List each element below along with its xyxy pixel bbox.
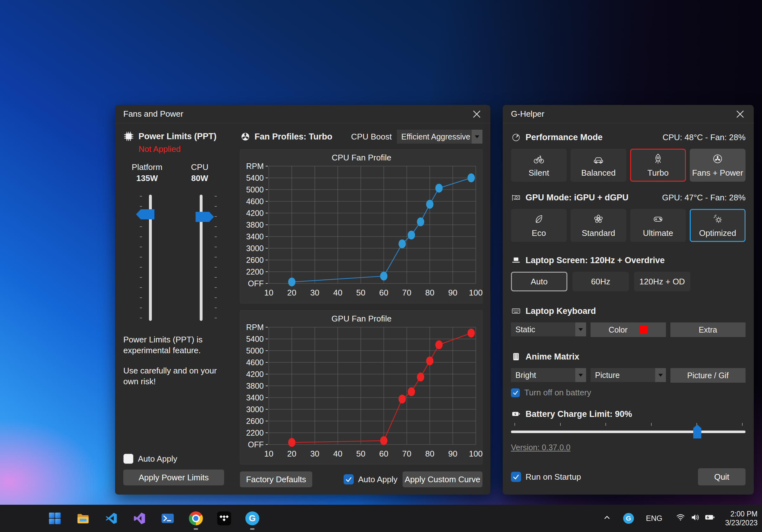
file-explorer-button[interactable]: [76, 511, 90, 526]
tidal-button[interactable]: [217, 511, 231, 526]
svg-text:50: 50: [356, 449, 365, 458]
ghelper-tray-icon[interactable]: G: [623, 513, 634, 524]
screen-button-120hz-od[interactable]: 120Hz + OD: [634, 272, 690, 291]
check-icon: [345, 476, 352, 483]
power-limits-header: Power Limits (PPT): [123, 131, 232, 142]
tray-date: 3/23/2023: [725, 518, 758, 527]
keyboard-extra-button[interactable]: Extra: [670, 323, 745, 337]
close-button[interactable]: [735, 109, 745, 119]
wifi-button[interactable]: [675, 512, 686, 525]
cpu-fan-profile-chart[interactable]: 102030405060708090100OFF2200260030003400…: [240, 149, 483, 303]
battery-button[interactable]: [704, 512, 716, 525]
cpu-boost-label: CPU Boost: [351, 132, 392, 142]
matrix-running-dropdown[interactable]: Picture: [590, 368, 666, 382]
cpu-boost-dropdown[interactable]: Efficient Aggressive: [397, 130, 483, 144]
matrix-battery-checkbox[interactable]: [511, 388, 520, 397]
volume-button[interactable]: [690, 512, 701, 525]
svg-text:20: 20: [287, 288, 296, 297]
mode-button-balanced[interactable]: Balanced: [571, 149, 626, 182]
keyboard-mode-dropdown[interactable]: Static: [511, 323, 586, 337]
svg-text:30: 30: [310, 288, 320, 297]
ghelper-window-titlebar[interactable]: G-Helper: [503, 105, 754, 123]
mode-button-turbo[interactable]: Turbo: [630, 149, 686, 182]
running-indicator: [250, 528, 255, 530]
factory-defaults-button[interactable]: Factory Defaults: [240, 472, 312, 487]
power-auto-apply-row: Auto Apply: [123, 454, 232, 464]
cpu-slider-thumb[interactable]: [195, 212, 214, 222]
matrix-brightness-dropdown[interactable]: Bright: [511, 368, 586, 382]
gpu-button-ultimate[interactable]: Ultimate: [630, 209, 686, 242]
taskbar: G G ENG 2:: [0, 505, 762, 532]
visual-studio-button[interactable]: [132, 511, 147, 526]
keyboard-mode-dropdown-button[interactable]: [575, 323, 586, 337]
battery-slider-thumb[interactable]: [693, 424, 702, 438]
svg-text:100: 100: [469, 449, 483, 458]
start-button[interactable]: [47, 511, 62, 526]
svg-text:40: 40: [333, 449, 342, 458]
gpu-button-eco[interactable]: Eco: [511, 209, 567, 242]
tray-chevron-button[interactable]: [602, 513, 612, 524]
platform-slider-thumb[interactable]: [136, 209, 154, 219]
rocket-icon: [652, 153, 664, 165]
power-limits-status: Not Applied: [138, 144, 232, 154]
performance-mode-buttons: Silent Balanced Turbo: [511, 149, 745, 182]
ghelper-window-title: G-Helper: [511, 109, 544, 119]
cpu-label: CPU: [176, 162, 223, 172]
language-indicator[interactable]: ENG: [646, 514, 662, 523]
quit-button[interactable]: Quit: [698, 468, 745, 486]
vscode-button[interactable]: [104, 511, 118, 526]
matrix-picture-gif-label: Picture / Gif: [687, 371, 729, 380]
svg-text:3400: 3400: [246, 393, 264, 402]
check-icon: [512, 390, 519, 396]
screen-button-60hz[interactable]: 60Hz: [572, 272, 629, 291]
platform-value: 135W: [123, 174, 171, 183]
gpu-button-standard[interactable]: Standard: [571, 209, 626, 242]
mode-button-label: Balanced: [581, 168, 616, 178]
svg-text:RPM: RPM: [246, 162, 264, 171]
mode-button-silent[interactable]: Silent: [511, 149, 567, 182]
matrix-running-dropdown-button[interactable]: [655, 368, 666, 382]
svg-text:3400: 3400: [246, 232, 264, 241]
file-explorer-icon: [76, 511, 90, 525]
ghelper-taskbar-button[interactable]: G: [245, 511, 260, 526]
power-limits-warning-2: Use carefully and on your own risk!: [123, 365, 222, 387]
gpu-button-optimized[interactable]: Optimized: [690, 209, 745, 242]
svg-text:3800: 3800: [246, 220, 264, 229]
keyboard-color-button[interactable]: Color: [590, 323, 666, 337]
svg-text:5000: 5000: [246, 185, 264, 194]
apply-custom-curve-button[interactable]: Apply Custom Curve: [403, 472, 483, 487]
performance-gauge-icon: [511, 132, 521, 142]
svg-text:70: 70: [402, 449, 412, 458]
gpu-mode-title: GPU Mode: iGPU + dGPU: [526, 193, 629, 202]
g-helper-window: G-Helper Performance Mode CPU: 48°C - Fa…: [503, 105, 754, 494]
matrix-picture-gif-button[interactable]: Picture / Gif: [670, 368, 745, 383]
battery-icon: [511, 409, 521, 419]
close-button[interactable]: [471, 109, 482, 119]
system-tray: G ENG 2:00 PM 3/23/2023: [602, 505, 758, 532]
version-link[interactable]: Version: 0.37.0.0: [511, 443, 571, 452]
power-auto-apply-checkbox[interactable]: [123, 454, 133, 464]
clock[interactable]: 2:00 PM 3/23/2023: [725, 509, 758, 527]
battery-slider-track[interactable]: [511, 430, 745, 433]
mode-button-fans-power[interactable]: Fans + Power: [690, 149, 745, 182]
svg-text:4600: 4600: [246, 197, 264, 206]
dropdown-arrow-icon: [578, 328, 583, 331]
matrix-brightness-dropdown-button[interactable]: [575, 368, 586, 382]
gpu-button-label: Standard: [582, 228, 615, 238]
chrome-button[interactable]: [189, 511, 203, 526]
windows-start-icon: [48, 511, 62, 525]
screen-button-auto[interactable]: Auto: [511, 272, 568, 291]
cpu-boost-dropdown-button[interactable]: [472, 130, 483, 144]
optimized-icon: [712, 213, 724, 225]
mode-button-label: Turbo: [648, 168, 669, 178]
powershell-button[interactable]: [160, 511, 175, 526]
svg-text:4200: 4200: [246, 209, 264, 217]
gpu-fan-profile-chart[interactable]: 102030405060708090100OFF2200260030003400…: [240, 310, 483, 465]
fans-window-titlebar[interactable]: Fans and Power: [115, 105, 491, 123]
run-on-startup-checkbox[interactable]: [511, 472, 521, 482]
svg-text:OFF: OFF: [248, 279, 264, 288]
apply-power-limits-button[interactable]: Apply Power Limits: [123, 470, 224, 486]
run-on-startup-label: Run on Startup: [526, 472, 581, 482]
curve-auto-apply-checkbox[interactable]: [343, 474, 354, 485]
screen-option-buttons: Auto 60Hz 120Hz + OD: [511, 272, 745, 291]
